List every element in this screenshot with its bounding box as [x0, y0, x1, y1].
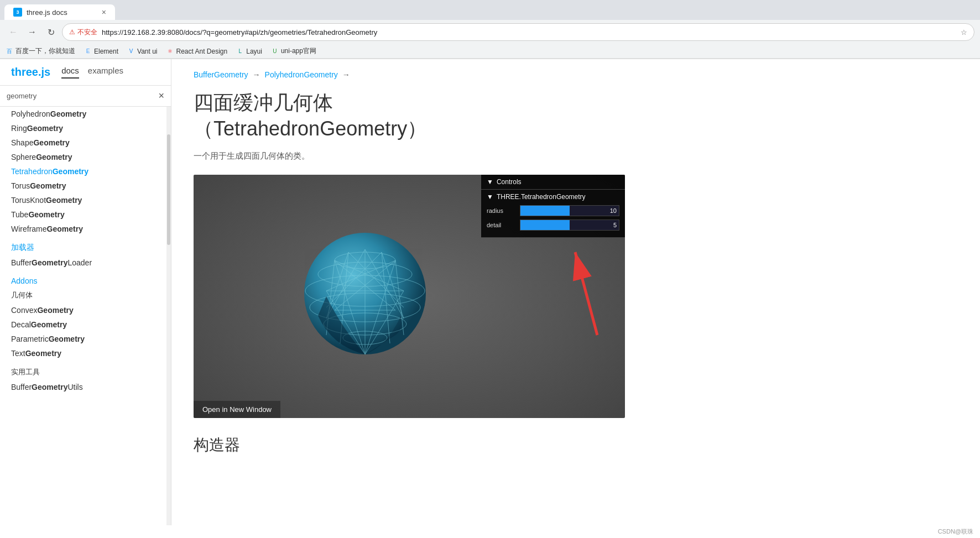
site-logo[interactable]: three.js	[11, 66, 50, 79]
vant-favicon: V	[127, 48, 135, 55]
warning-icon: ⚠	[69, 28, 75, 36]
controls-title: Controls	[497, 178, 522, 186]
sidebar-item-wireframe[interactable]: WireframeGeometry	[0, 222, 166, 236]
bookmark-baidu[interactable]: 百 百度一下，你就知道	[6, 46, 75, 56]
detail-slider[interactable]: 5	[520, 220, 619, 231]
sidebar-scrollbar-thumb	[167, 134, 170, 245]
red-arrow	[564, 241, 608, 342]
bookmark-vant-label: Vant ui	[137, 48, 157, 55]
baidu-favicon: 百	[6, 48, 13, 55]
site-nav: docs examples	[61, 66, 123, 79]
nav-docs[interactable]: docs	[61, 66, 79, 79]
radius-fill	[520, 206, 570, 216]
site-header: three.js docs examples	[0, 59, 171, 86]
layui-favicon: L	[236, 48, 244, 55]
section-name: THREE.TetrahedronGeometry	[497, 193, 586, 201]
bookmark-uniapp-label: uni-app官网	[281, 46, 316, 56]
radius-label: radius	[487, 207, 520, 214]
bookmark-baidu-label: 百度一下，你就知道	[15, 46, 75, 56]
breadcrumb-arrow-2: →	[342, 70, 350, 79]
uniapp-favicon: U	[271, 48, 279, 55]
sidebar-item-shape[interactable]: ShapeGeometry	[0, 135, 166, 150]
reload-button[interactable]: ↻	[43, 24, 59, 40]
detail-fill	[520, 220, 570, 230]
section-geo: 几何体	[0, 288, 166, 303]
radius-value: 10	[610, 207, 617, 214]
security-label: 不安全	[77, 28, 97, 37]
sidebar-item-convex[interactable]: ConvexGeometry	[0, 303, 166, 317]
sidebar-item-sphere[interactable]: SphereGeometry	[0, 150, 166, 164]
sidebar-scroll-area: PolyhedronGeometry RingGeometry ShapeGeo…	[0, 107, 171, 525]
demo-footer: Open in New Window	[194, 401, 280, 418]
star-icon[interactable]: ☆	[961, 28, 967, 36]
sidebar: three.js docs examples geometry × Polyhe…	[0, 59, 171, 525]
nav-controls: ← → ↻ ⚠ 不安全 https://192.168.2.39:8080/do…	[0, 20, 980, 44]
open-new-window[interactable]: Open in New Window	[202, 405, 272, 414]
sidebar-content: PolyhedronGeometry RingGeometry ShapeGeo…	[0, 107, 166, 525]
control-detail-row: detail 5	[487, 220, 619, 231]
section-chevron: ▼	[487, 193, 493, 201]
bookmark-element[interactable]: E Element	[84, 48, 118, 55]
search-box: geometry ×	[0, 86, 171, 107]
address-bar[interactable]: ⚠ 不安全 https://192.168.2.39:8080/docs/?q=…	[62, 23, 974, 41]
breadcrumb-polyhedron[interactable]: PolyhedronGeometry	[265, 70, 338, 79]
bookmark-vant[interactable]: V Vant ui	[127, 48, 157, 55]
constructor-heading: 构造器	[194, 435, 958, 456]
browser-chrome: 3 three.js docs × ← → ↻ ⚠ 不安全 https://19…	[0, 0, 980, 59]
svg-line-29	[575, 252, 597, 335]
section-utils: 实用工具	[0, 361, 166, 380]
tab-title: three.js docs	[27, 8, 67, 17]
sidebar-item-torusknot[interactable]: TorusKnotGeometry	[0, 193, 166, 207]
section-addons: Addons	[0, 270, 166, 288]
search-close-button[interactable]: ×	[158, 90, 164, 102]
bookmark-uniapp[interactable]: U uni-app官网	[271, 46, 316, 56]
main-content: BufferGeometry → PolyhedronGeometry → 四面…	[171, 59, 980, 525]
radius-slider[interactable]: 10	[520, 205, 619, 216]
active-tab[interactable]: 3 three.js docs ×	[4, 4, 115, 20]
nav-examples[interactable]: examples	[88, 66, 123, 79]
page-layout: three.js docs examples geometry × Polyhe…	[0, 59, 980, 525]
forward-button[interactable]: →	[24, 24, 40, 40]
back-button[interactable]: ←	[6, 24, 21, 40]
sidebar-item-buffergeometry-utils[interactable]: BufferGeometryUtils	[0, 380, 166, 394]
security-warning: ⚠ 不安全	[69, 28, 97, 37]
page-description: 一个用于生成四面几何体的类。	[194, 151, 958, 161]
sidebar-item-decal[interactable]: DecalGeometry	[0, 317, 166, 332]
tab-favicon: 3	[13, 8, 22, 17]
url-text: https://192.168.2.39:8080/docs/?q=geomet…	[102, 28, 956, 36]
sidebar-item-tube[interactable]: TubeGeometry	[0, 207, 166, 222]
controls-chevron: ▼	[487, 178, 493, 186]
bookmark-react-ant-label: React Ant Design	[176, 48, 228, 55]
sidebar-item-ring[interactable]: RingGeometry	[0, 121, 166, 135]
breadcrumb: BufferGeometry → PolyhedronGeometry →	[194, 70, 958, 79]
breadcrumb-buffer[interactable]: BufferGeometry	[194, 70, 248, 79]
sidebar-item-parametric[interactable]: ParametricGeometry	[0, 332, 166, 346]
tab-bar: 3 three.js docs ×	[0, 0, 980, 20]
controls-section-title[interactable]: ▼ THREE.TetrahedronGeometry	[487, 193, 619, 201]
detail-label: detail	[487, 222, 520, 228]
bookmarks-bar: 百 百度一下，你就知道 E Element V Vant ui ⚛ React …	[0, 44, 980, 59]
controls-panel: ▼ Controls ▼ THREE.TetrahedronGeometry r…	[481, 175, 625, 238]
sidebar-scrollbar[interactable]	[166, 107, 171, 525]
sidebar-item-tetrahedron[interactable]: TetrahedronGeometry	[0, 164, 166, 179]
sidebar-item-buffergeometry-loader[interactable]: BufferGeometryLoader	[0, 255, 166, 270]
tab-close-button[interactable]: ×	[102, 8, 106, 17]
sidebar-item-torus[interactable]: TorusGeometry	[0, 179, 166, 193]
bookmark-element-label: Element	[94, 48, 118, 55]
controls-section: ▼ THREE.TetrahedronGeometry radius 10 de…	[481, 190, 625, 238]
page-title: 四面缓冲几何体（TetrahedronGeometry）	[194, 90, 958, 142]
section-loaders: 加载器	[0, 236, 166, 255]
tetrahedron-svg	[293, 219, 437, 363]
search-label: geometry	[7, 92, 37, 100]
demo-container: ▼ Controls ▼ THREE.TetrahedronGeometry r…	[194, 175, 625, 418]
react-ant-favicon: ⚛	[166, 48, 174, 55]
detail-value: 5	[613, 222, 617, 228]
controls-header[interactable]: ▼ Controls	[481, 175, 625, 190]
sidebar-item-text[interactable]: TextGeometry	[0, 346, 166, 361]
bookmark-react-ant[interactable]: ⚛ React Ant Design	[166, 48, 228, 55]
sidebar-item-polyhedron[interactable]: PolyhedronGeometry	[0, 107, 166, 121]
control-radius-row: radius 10	[487, 205, 619, 216]
bookmark-layui-label: Layui	[246, 48, 262, 55]
bookmark-layui[interactable]: L Layui	[236, 48, 262, 55]
breadcrumb-arrow-1: →	[253, 70, 260, 79]
